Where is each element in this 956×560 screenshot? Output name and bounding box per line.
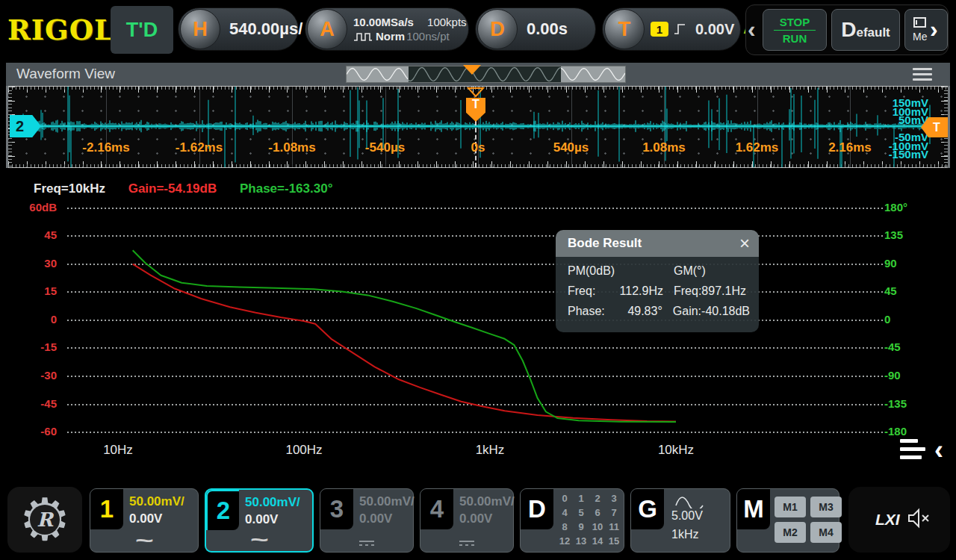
gm-header: GM(°)	[674, 264, 750, 278]
digital-letter: D	[521, 489, 553, 529]
display-icon	[913, 17, 928, 29]
time-label: -540µs	[365, 140, 405, 155]
trigger-knob-icon[interactable]: T	[604, 9, 645, 49]
time-label: 1.08ms	[642, 140, 686, 155]
bode-result-popup[interactable]: Bode Result × PM(0dB) GM(°) Freq: 112.9H…	[556, 230, 759, 332]
pm-phase-label: Phase:	[568, 305, 605, 318]
channel1-scale: 50.00mV/	[129, 494, 184, 509]
horizontal-navigator[interactable]	[346, 66, 626, 83]
quick-action-cluster: ‹ STOP RUN Default Me ›	[745, 4, 949, 55]
digital-channel-number: 7	[606, 507, 622, 521]
next-chevron-icon[interactable]: ›	[930, 16, 938, 43]
acquisition-settings-button[interactable]: A 10.00MSa/s 100kpts Norm 100ns/pt	[305, 7, 469, 51]
math-button-M1[interactable]: M1	[775, 497, 806, 517]
horizontal-settings-button[interactable]: H 540.00µs/	[178, 7, 299, 51]
math-button-M2[interactable]: M2	[775, 522, 806, 543]
time-label: 1.62ms	[736, 140, 779, 155]
pm-phase-value: 49.83°	[627, 305, 662, 318]
default-label: Default	[841, 18, 890, 42]
generator-card[interactable]: G 5.00V 1kHz	[630, 488, 730, 553]
channel4-scale: 50.00mV/	[459, 494, 515, 509]
channel1-card[interactable]: 1 50.00mV/ 0.00V ~	[90, 488, 199, 553]
pm-header: PM(0dB)	[568, 264, 615, 278]
pulse-waveform-icon	[353, 31, 373, 43]
close-icon[interactable]: ×	[739, 234, 750, 252]
time-label: 540µs	[553, 140, 589, 155]
oscilloscope-screen: RIGOL T'D H 540.00µs/ A 10.00MSa/s 100kp…	[0, 0, 956, 560]
sine-wave-icon	[674, 495, 706, 508]
stop-label: STOP	[780, 16, 810, 28]
generator-letter: G	[631, 489, 664, 529]
speaker-muted-icon[interactable]	[907, 508, 932, 529]
delay-settings-button[interactable]: D 0.00s	[475, 7, 596, 51]
digital-channel-number: 9	[573, 521, 589, 535]
popup-title: Bode Result	[568, 236, 642, 251]
channel2-card[interactable]: 2 50.00mV/ 0.00V ~	[205, 488, 314, 553]
bode-plot-area: Freq=10kHz Gain=-54.19dB Phase=-163.30° …	[0, 168, 956, 484]
lxi-label: LXI	[875, 511, 900, 529]
voltage-label: -150mV	[889, 150, 928, 159]
rising-edge-icon	[673, 22, 688, 37]
digital-channel-number: 4	[556, 507, 573, 521]
lxi-status-panel[interactable]: LXI	[848, 487, 950, 553]
waveform-view-title: Waveform View	[16, 66, 115, 82]
digital-channel-number: 8	[556, 521, 573, 535]
channel4-card[interactable]: 4 50.00mV/ 0.00V	[420, 488, 514, 553]
timebase-value: 540.00µs/	[229, 19, 302, 39]
acquisition-knob-icon[interactable]: A	[307, 9, 347, 49]
delay-knob-icon[interactable]: D	[477, 9, 518, 49]
math-letter: M	[737, 489, 770, 529]
time-label: -2.16ms	[82, 140, 129, 155]
trigger-status-button[interactable]: T'D	[111, 6, 173, 54]
channel1-number: 1	[90, 489, 123, 529]
gm-freq-value: Freq:897.1Hz	[674, 284, 750, 298]
channel2-number: 2	[206, 490, 239, 530]
prev-chevron-icon[interactable]: ‹	[748, 16, 756, 43]
math-button-M4[interactable]: M4	[810, 522, 842, 543]
horizontal-knob-icon[interactable]: H	[180, 9, 220, 49]
math-buttons: M1M3M2M4	[775, 497, 842, 543]
ac-coupling-icon: ~	[206, 532, 312, 550]
divider	[774, 30, 816, 31]
acquire-mode: Norm	[376, 29, 405, 43]
digital-channel-number: 12	[556, 535, 573, 550]
digital-channels-card[interactable]: D 0123456789101112131415	[520, 488, 624, 553]
run-label: RUN	[783, 32, 807, 45]
math-button-M3[interactable]: M3	[810, 497, 842, 517]
navigator-trigger-marker[interactable]	[463, 65, 481, 75]
dc-coupling-icon	[459, 541, 474, 546]
rigol-gear-button[interactable]: ⚙ R	[7, 487, 82, 553]
menu-label: Me	[913, 31, 927, 43]
trigger-source-badge: 1	[651, 22, 668, 37]
bottom-bar: ⚙ R 1 50.00mV/ 0.00V ~ 2 50.00mV/ 0.00V …	[0, 484, 956, 560]
stop-run-button[interactable]: STOP RUN	[763, 9, 827, 51]
waveform-strip[interactable]: T 2 T 150mV100mV50mV -50mV-100mV-150mV -…	[8, 86, 948, 168]
rigol-logo: RIGOL	[7, 13, 114, 46]
sample-rate: 10.00MSa/s	[353, 16, 414, 28]
default-button[interactable]: Default	[831, 9, 900, 51]
time-label: -1.08ms	[268, 140, 315, 155]
channel2-scale: 50.00mV/	[245, 495, 300, 510]
channel3-offset: 0.00V	[359, 511, 392, 526]
dc-coupling-icon	[359, 541, 374, 546]
hamburger-menu-icon[interactable]	[913, 68, 932, 84]
digital-channel-numbers: 0123456789101112131415	[556, 493, 622, 550]
channel1-offset: 0.00V	[129, 511, 162, 526]
voltage-scale-negative: -50mV-100mV-150mV	[889, 133, 928, 159]
menu-button[interactable]: Me	[904, 9, 948, 51]
digital-channel-number: 2	[589, 493, 606, 507]
rigol-r-icon: R	[37, 508, 53, 531]
channel3-scale: 50.00mV/	[359, 494, 415, 509]
trigger-position-outline-icon	[467, 87, 485, 98]
channel3-card[interactable]: 3 50.00mV/ 0.00V	[320, 488, 414, 553]
digital-channel-number: 3	[606, 493, 622, 507]
math-card[interactable]: M M1M3M2M4	[736, 488, 839, 553]
popup-titlebar[interactable]: Bode Result ×	[556, 230, 759, 257]
gm-gain-value: Gain:-40.18dB	[673, 305, 750, 318]
digital-channel-number: 1	[573, 493, 589, 507]
digital-channel-number: 6	[589, 507, 606, 521]
trigger-settings-button[interactable]: T 1 0.00V A	[602, 7, 741, 51]
collapse-menu-icon[interactable]: ‹	[900, 439, 943, 466]
pm-freq-value: 112.9Hz	[620, 284, 663, 298]
digital-channel-number: 13	[573, 535, 589, 550]
